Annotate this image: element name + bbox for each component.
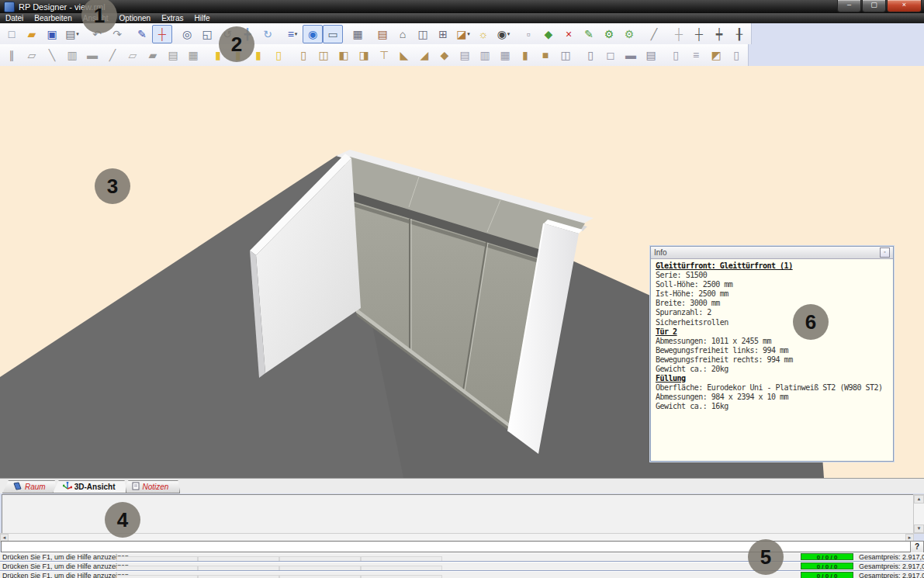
- menu-item-extras[interactable]: Extras: [156, 13, 189, 23]
- camera-tool-icon: ◉: [497, 28, 507, 40]
- help-button[interactable]: ?: [910, 541, 924, 553]
- restore-button[interactable]: ▢: [862, 0, 886, 12]
- drawer-stack-2-icon: ▥: [479, 49, 490, 61]
- status-total-price: Gesamtpreis: 2.917,00 €: [859, 572, 924, 578]
- shelf-diagonal-button[interactable]: ╲: [42, 46, 62, 64]
- box-lid-button[interactable]: ◩: [706, 46, 726, 64]
- guide-vline-button[interactable]: ┿: [709, 25, 729, 43]
- rail-profiles-button[interactable]: ∥: [2, 46, 22, 64]
- dropdown-arrow-icon[interactable]: ▾: [507, 31, 510, 37]
- wire-basket-button[interactable]: ▥: [62, 46, 82, 64]
- info-panel-restore-icon[interactable]: ▫: [880, 247, 890, 258]
- save-file-button[interactable]: ▣: [42, 25, 62, 43]
- guide-hline-button[interactable]: ╂: [729, 25, 749, 43]
- guide-point-button[interactable]: ┼: [689, 25, 709, 43]
- dropdown-arrow-icon[interactable]: ▾: [295, 31, 298, 37]
- zoom-window-button[interactable]: ◱: [197, 25, 217, 43]
- info-line: Gewicht ca.: 16kg: [656, 402, 888, 411]
- guide-grid-button[interactable]: ┼: [669, 25, 689, 43]
- drawer-stack-button[interactable]: ▤: [455, 46, 475, 64]
- close-button[interactable]: ×: [887, 0, 922, 12]
- steps-element-button[interactable]: ≡: [686, 46, 706, 64]
- drawer-open-button[interactable]: ◻: [600, 46, 621, 64]
- worktop-left-button[interactable]: ◣: [394, 46, 414, 64]
- frame-element-button[interactable]: ▯: [580, 46, 600, 64]
- measure-tool-button[interactable]: ╱: [644, 25, 664, 43]
- menu-item-optionen[interactable]: Optionen: [114, 13, 157, 23]
- dropdown-arrow-icon[interactable]: ▾: [76, 31, 79, 37]
- worktop-right-icon: ◢: [420, 49, 429, 61]
- menu-item-bearbeiten[interactable]: Bearbeiten: [29, 13, 77, 23]
- shelf-flat-button[interactable]: ▱: [123, 46, 143, 64]
- object-configure-button[interactable]: ⚙: [599, 25, 619, 43]
- chest-element-button[interactable]: ◆: [434, 46, 455, 64]
- print-button[interactable]: ▤▾: [62, 25, 82, 43]
- rod-element-button[interactable]: ▬: [621, 46, 641, 64]
- tab-notizen[interactable]: Notizen: [122, 480, 180, 493]
- tall-cabinet-button[interactable]: ▯: [293, 46, 313, 64]
- frame-narrow-button[interactable]: ▯: [666, 46, 686, 64]
- new-file-button[interactable]: □: [2, 25, 22, 43]
- minimize-button[interactable]: –: [837, 0, 861, 12]
- tooltip-display-button[interactable]: ▭: [323, 25, 343, 43]
- cabinet-wood-icon: ▮: [522, 49, 528, 61]
- wall-tool-button[interactable]: ▤: [372, 25, 393, 43]
- drawer-stack-2-button[interactable]: ▥: [475, 46, 495, 64]
- window-tool-button[interactable]: ◫: [413, 25, 433, 43]
- open-file-button[interactable]: ▰: [22, 25, 42, 43]
- info-line: Oberfläche: Eurodekor Uni - Platinweiß S…: [656, 383, 888, 393]
- camera-tool-button[interactable]: ◉▾: [493, 25, 514, 43]
- info-panel-titlebar[interactable]: Info ▫: [651, 247, 893, 259]
- window-element-tool-button[interactable]: ⊞: [433, 25, 453, 43]
- viewport-3d[interactable]: Info ▫ Gleittürfront: Gleittürfront (1)S…: [0, 66, 924, 478]
- shelf-inclined-button[interactable]: ▱: [22, 46, 42, 64]
- form-editor-button[interactable]: ✎: [132, 25, 152, 43]
- worktop-right-button[interactable]: ◢: [414, 46, 434, 64]
- wire-basket-icon: ▥: [67, 49, 77, 61]
- object-move-button[interactable]: ◆: [538, 25, 559, 43]
- object-edit-button[interactable]: ✎: [579, 25, 599, 43]
- door-right-button[interactable]: ◨: [354, 46, 374, 64]
- report-button[interactable]: ▦: [348, 25, 368, 43]
- tall-cabinet-2-button[interactable]: ◫: [313, 46, 334, 64]
- tab-3d-ansicht[interactable]: 3D-Ansicht: [53, 480, 127, 493]
- select-object-mode-button[interactable]: ┼: [152, 25, 172, 43]
- object-delete-button[interactable]: ×: [559, 25, 579, 43]
- cabinet-wood-button[interactable]: ▮: [515, 46, 535, 64]
- basket-grid-button[interactable]: ▦: [183, 46, 203, 64]
- panel-wood-button[interactable]: ■: [535, 46, 555, 64]
- scroll-up-icon[interactable]: ▲: [914, 495, 924, 504]
- column-element-button[interactable]: ▯: [726, 46, 746, 64]
- object-copy-button[interactable]: ▫: [518, 25, 538, 43]
- container-element-button[interactable]: ▤: [641, 46, 661, 64]
- vertical-scrollbar[interactable]: ▲ ▼: [913, 494, 924, 534]
- drawer-stack-3-icon: ▦: [500, 49, 510, 61]
- shelf-triple-button[interactable]: ▤: [163, 46, 183, 64]
- status-segment: [116, 556, 198, 561]
- shelf-double-button[interactable]: ▰: [143, 46, 163, 64]
- cabinet-highlight-3-button[interactable]: ▯: [268, 46, 289, 64]
- drawer-stack-3-button[interactable]: ▦: [495, 46, 515, 64]
- lamp-tool-button[interactable]: ☼: [473, 25, 493, 43]
- tab-raum[interactable]: Raum: [2, 480, 57, 493]
- object-configure-alt-button[interactable]: ⚙: [619, 25, 639, 43]
- status-counter-badge: 0 / 0 / 0: [801, 562, 853, 569]
- divider-panel-button[interactable]: ╱: [102, 46, 123, 64]
- cabinet-divided-button[interactable]: ◫: [555, 46, 576, 64]
- menu-item-datei[interactable]: Datei: [0, 13, 29, 23]
- dropdown-arrow-icon[interactable]: ▾: [467, 31, 470, 37]
- zoom-button[interactable]: ◎: [177, 25, 197, 43]
- title-bar[interactable]: RP Designer - view.rml – ▢ ×: [0, 0, 924, 13]
- info-line: Abmessungen: 984 x 2394 x 10 mm: [656, 393, 888, 402]
- horizontal-scrollbar[interactable]: ◄ ►: [0, 533, 914, 541]
- scroll-down-icon[interactable]: ▼: [914, 524, 924, 533]
- menu-item-hilfe[interactable]: Hilfe: [189, 13, 215, 23]
- layers-button[interactable]: ≡▾: [282, 25, 303, 43]
- roof-tool-button[interactable]: ⌂: [393, 25, 413, 43]
- door-left-button[interactable]: ◧: [334, 46, 354, 64]
- shelf-plain-button[interactable]: ▬: [82, 46, 102, 64]
- furniture-tool-button[interactable]: ◪▾: [453, 25, 473, 43]
- table-element-button[interactable]: ⊤: [374, 46, 394, 64]
- info-mode-button[interactable]: ◉: [303, 25, 323, 43]
- orbit-view-button[interactable]: ↻: [258, 25, 278, 43]
